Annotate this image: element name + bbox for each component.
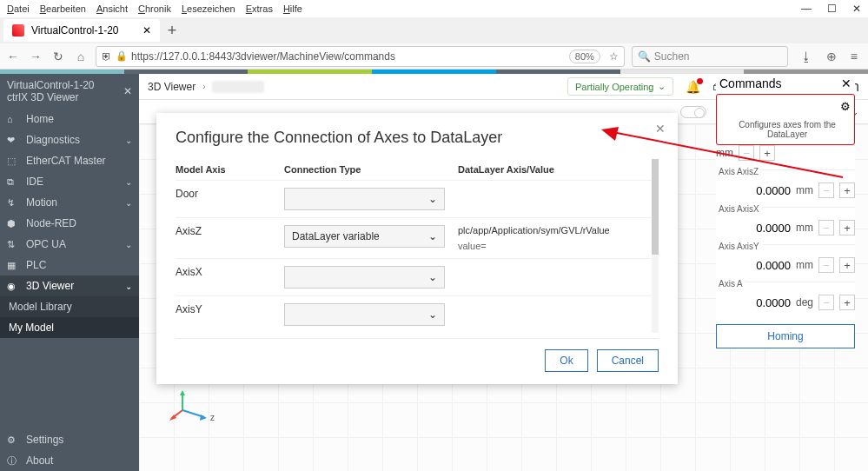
axis-value: 0.0000: [716, 184, 791, 197]
menu-hilfe[interactable]: Hilfe: [283, 3, 302, 14]
row-axis: AxisZ: [176, 225, 284, 237]
minus-button[interactable]: −: [818, 257, 834, 273]
commands-callout: ⚙ Configures axes from the DataLayer: [716, 94, 855, 145]
sidebar-item-diagnostics[interactable]: ❤Diagnostics⌄: [0, 129, 139, 150]
favicon: [12, 24, 24, 36]
back-icon[interactable]: ←: [5, 50, 21, 63]
window-close[interactable]: ✕: [852, 3, 861, 15]
connection-type-dropdown[interactable]: ⌄: [284, 266, 445, 289]
extensions-icon[interactable]: ⊕: [826, 50, 837, 63]
sidebar-item-plc[interactable]: ▦PLC: [0, 255, 139, 275]
sidebar-item-label: EtherCAT Master: [26, 155, 106, 167]
url-bar[interactable]: ⛨ 🔒 https://127.0.0.1:8443/3dviewer/Mach…: [96, 46, 625, 67]
plus-button[interactable]: +: [759, 145, 775, 161]
sidebar-item-about[interactable]: ⓘ About: [0, 450, 139, 471]
sidebar-sub-my-model[interactable]: My Model: [0, 317, 139, 338]
status-button[interactable]: Partially Operating ⌄: [567, 77, 673, 96]
forward-icon[interactable]: →: [28, 50, 43, 63]
menu-datei[interactable]: Datei: [7, 3, 30, 14]
axis-block: Axis AxisX 0.0000 mm − +: [716, 207, 855, 244]
sidebar-item-label: Diagnostics: [26, 134, 80, 146]
menu-bearbeiten[interactable]: Bearbeiten: [40, 3, 86, 14]
unit-label: mm: [716, 147, 733, 159]
svg-text:z: z: [210, 413, 215, 422]
modal-close-icon[interactable]: ✕: [655, 122, 666, 136]
window-maximize[interactable]: ☐: [827, 3, 837, 15]
minus-button[interactable]: −: [739, 145, 754, 161]
axis-unit: mm: [796, 184, 813, 196]
sidebar-item-label: OPC UA: [26, 238, 66, 250]
scrollbar[interactable]: [652, 159, 659, 333]
menu-icon[interactable]: ≡: [851, 50, 858, 63]
homing-button[interactable]: Homing: [716, 324, 855, 348]
url-text: https://127.0.0.1:8443/3dviewer/MachineV…: [131, 50, 395, 63]
tab-close-icon[interactable]: ✕: [142, 24, 151, 36]
axis-block: Axis A 0.0000 deg − +: [716, 282, 855, 319]
tab-title: VirtualControl-1-20: [31, 24, 119, 36]
sidebar-close-icon[interactable]: ✕: [123, 85, 132, 97]
connection-type-dropdown[interactable]: ⌄: [284, 303, 445, 326]
sidebar-item-label: 3D Viewer: [26, 280, 74, 292]
zoom-level[interactable]: 80%: [569, 50, 600, 63]
plus-button[interactable]: +: [839, 257, 855, 273]
callout-tooltip: Configures axes from the DataLayer: [724, 120, 851, 139]
connect-toggle[interactable]: [680, 106, 706, 118]
configure-axes-icon[interactable]: ⚙: [840, 100, 851, 113]
sidebar-icon: ▦: [7, 260, 19, 271]
sidebar-item-ethercat-master[interactable]: ⬚EtherCAT Master: [0, 150, 139, 171]
download-icon[interactable]: ⭳: [800, 50, 812, 63]
connection-type-dropdown[interactable]: DataLayer variable⌄: [284, 225, 445, 248]
svg-marker-1: [180, 390, 185, 395]
search-box[interactable]: 🔍 Suchen: [632, 46, 788, 67]
col-connection-type: Connection Type: [284, 164, 458, 175]
sidebar-item-label: Home: [26, 113, 54, 125]
gear-icon: ⚙: [7, 435, 19, 446]
menu-lesezeichen[interactable]: Lesezeichen: [182, 3, 235, 14]
cancel-button[interactable]: Cancel: [597, 349, 659, 372]
home-icon[interactable]: ⌂: [73, 50, 89, 63]
ok-button[interactable]: Ok: [545, 349, 587, 372]
sidebar-item-ide[interactable]: ⧉IDE⌄: [0, 171, 139, 192]
menu-ansicht[interactable]: Ansicht: [96, 3, 128, 14]
sidebar-item-3d-viewer[interactable]: ◉3D Viewer⌄: [0, 275, 139, 296]
minus-button[interactable]: −: [818, 220, 834, 236]
chevron-down-icon: ⌄: [125, 240, 132, 249]
chevron-down-icon: ⌄: [428, 193, 437, 205]
modal-title: Configure the Connection of Axes to Data…: [176, 129, 659, 147]
chevron-down-icon: ⌄: [125, 198, 132, 208]
sidebar-item-motion[interactable]: ↯Motion⌄: [0, 192, 139, 213]
plus-button[interactable]: +: [839, 182, 855, 198]
browser-tabbar: VirtualControl-1-20 ✕ +: [0, 17, 868, 43]
sidebar-item-home[interactable]: ⌂Home: [0, 109, 139, 129]
axis-block: Axis AxisY 0.0000 mm − +: [716, 244, 855, 282]
breadcrumb-root[interactable]: 3D Viewer: [148, 81, 195, 93]
axis-value: 0.0000: [716, 259, 791, 272]
sidebar-item-opc-ua[interactable]: ⇅OPC UA⌄: [0, 234, 139, 255]
shield-icon: ⛨: [102, 50, 112, 63]
reload-icon[interactable]: ↻: [50, 50, 66, 63]
commands-panel: Commands ✕ ⚙ Configures axes from the Da…: [716, 76, 855, 348]
plus-button[interactable]: +: [839, 220, 855, 236]
star-icon[interactable]: ☆: [609, 50, 619, 63]
chevron-down-icon: ⌄: [428, 308, 437, 321]
axis-unit: deg: [796, 296, 813, 308]
row-axis: AxisX: [176, 266, 284, 278]
window-minimize[interactable]: —: [801, 3, 812, 15]
new-tab-button[interactable]: +: [160, 22, 184, 40]
sidebar-sub-model-library[interactable]: Model Library: [0, 296, 139, 317]
sidebar-icon: ⇅: [7, 239, 19, 250]
menu-chronik[interactable]: Chronik: [138, 3, 171, 14]
bell-icon[interactable]: 🔔: [686, 80, 700, 94]
col-model-axis: Model Axis: [176, 164, 284, 175]
modal-row: AxisZ DataLayer variable⌄ plc/app/Applic…: [176, 217, 659, 258]
minus-button[interactable]: −: [818, 295, 834, 310]
menu-extras[interactable]: Extras: [246, 3, 273, 14]
sidebar-item-settings[interactable]: ⚙ Settings: [0, 429, 139, 450]
plus-button[interactable]: +: [839, 295, 855, 310]
browser-tab[interactable]: VirtualControl-1-20 ✕: [3, 19, 160, 42]
commands-close-icon[interactable]: ✕: [841, 76, 851, 90]
connection-type-dropdown[interactable]: ⌄: [284, 188, 445, 210]
minus-button[interactable]: −: [818, 182, 834, 198]
sidebar-item-node-red[interactable]: ⬢Node-RED: [0, 213, 139, 234]
axis-name: Axis AxisZ: [716, 167, 761, 176]
